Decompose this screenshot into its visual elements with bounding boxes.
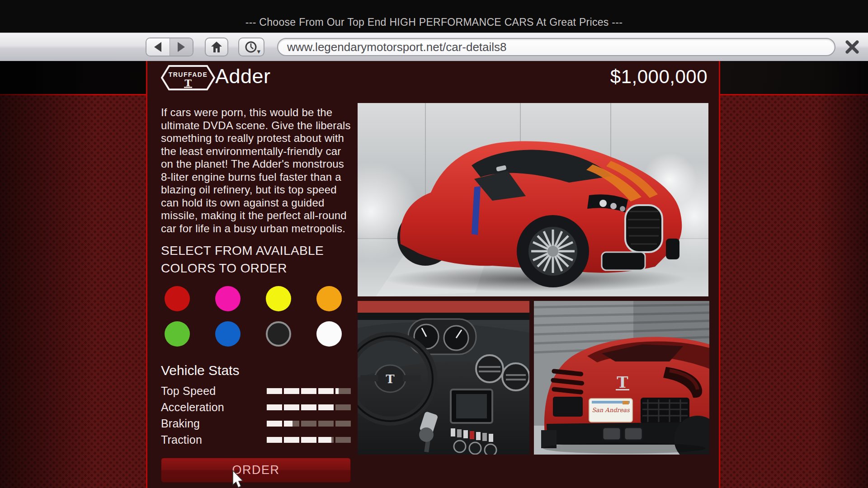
url-input[interactable] xyxy=(286,40,826,55)
history-button[interactable]: ▾ xyxy=(238,38,264,56)
color-swatch-yellow[interactable] xyxy=(266,286,291,311)
car-details-panel: TRUFFADE T Adder $1,000,000 If cars were… xyxy=(146,61,720,488)
browser-nav-group: ▾ xyxy=(146,38,264,56)
back-button[interactable] xyxy=(146,38,170,56)
forward-button[interactable] xyxy=(170,38,193,56)
promo-tagline: --- Choose From Our Top End HIGH PERFORM… xyxy=(245,16,623,28)
car-price: $1,000,000 xyxy=(610,66,708,88)
stat-bar xyxy=(267,404,351,410)
back-forward-control xyxy=(146,38,193,56)
mouse-cursor xyxy=(232,470,245,488)
license-plate-text: San Andreas xyxy=(592,407,630,413)
stat-row: Top Speed xyxy=(161,383,351,399)
history-chevron-icon: ▾ xyxy=(257,48,260,55)
svg-text:T: T xyxy=(617,373,628,391)
colors-heading: SELECT FROM AVAILABLE COLORS TO ORDER xyxy=(161,242,342,277)
stat-row: Traction xyxy=(161,432,351,448)
home-icon xyxy=(211,41,222,53)
close-browser-button[interactable] xyxy=(842,37,863,57)
svg-text:T: T xyxy=(386,372,395,386)
stat-bar xyxy=(267,421,351,427)
webpage-background: TRUFFADE T Adder $1,000,000 If cars were… xyxy=(0,61,868,488)
color-swatch-black[interactable] xyxy=(266,321,291,347)
address-bar[interactable] xyxy=(277,38,835,56)
truffade-logo: TRUFFADE T xyxy=(161,64,215,93)
stat-label: Acceleration xyxy=(161,401,267,414)
rear-thumbnail: T San Andreas xyxy=(534,301,709,455)
car-description: If cars were porn, this would be the ult… xyxy=(161,106,354,235)
car-name-title: Adder xyxy=(215,65,271,88)
stat-bar xyxy=(267,388,351,394)
stat-row: Acceleration xyxy=(161,399,351,415)
stat-bar xyxy=(267,437,351,443)
color-swatch-blue[interactable] xyxy=(215,321,241,347)
main-car-image xyxy=(358,103,708,296)
home-button[interactable] xyxy=(205,38,228,56)
close-icon xyxy=(845,40,859,54)
forward-icon xyxy=(178,42,185,52)
browser-toolbar: ▾ xyxy=(0,33,868,61)
vehicle-stats-list: Top SpeedAccelerationBrakingTraction xyxy=(161,383,351,448)
stat-row: Braking xyxy=(161,415,351,432)
color-swatches xyxy=(165,286,342,347)
interior-thumbnail: T xyxy=(358,301,529,455)
order-button[interactable]: ORDER xyxy=(161,458,351,483)
stat-label: Traction xyxy=(161,433,267,446)
back-icon xyxy=(154,42,161,52)
color-swatch-pink[interactable] xyxy=(215,286,241,311)
color-swatch-red[interactable] xyxy=(165,286,190,311)
stat-label: Braking xyxy=(161,417,267,430)
vehicle-stats-heading: Vehicle Stats xyxy=(161,363,239,378)
history-clock-icon xyxy=(245,41,258,53)
promo-banner: --- Choose From Our Top End HIGH PERFORM… xyxy=(0,0,868,33)
stat-label: Top Speed xyxy=(161,385,267,398)
color-swatch-green[interactable] xyxy=(165,321,190,347)
color-swatch-white[interactable] xyxy=(316,321,342,347)
color-swatch-orange[interactable] xyxy=(316,286,342,311)
